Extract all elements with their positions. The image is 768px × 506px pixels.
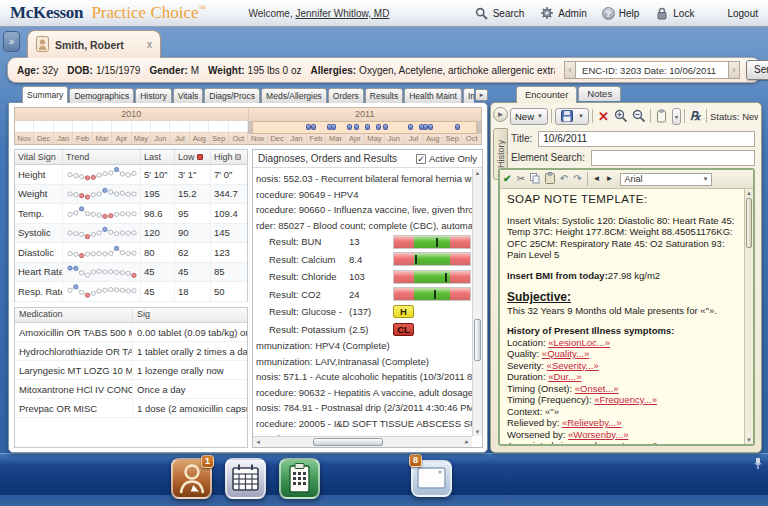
timeline-event-marker[interactable] <box>408 124 413 130</box>
spellcheck-icon[interactable]: ✔ <box>503 174 511 184</box>
col-medication[interactable]: Medication <box>15 308 133 322</box>
timeline-month-label[interactable]: Apr <box>346 133 365 144</box>
active-only-checkbox[interactable]: ✓ <box>416 154 426 164</box>
dor-list-item[interactable]: mmunization: HPV4 (Complete) <box>253 338 472 354</box>
scroll-thumb[interactable] <box>474 319 481 361</box>
whiteboard-app-icon[interactable]: 8 <box>411 460 452 497</box>
chart-tab-health-maint[interactable]: Health Maint <box>404 88 462 103</box>
logout-button[interactable]: Logout <box>727 8 758 19</box>
dor-result-row[interactable]: Result: Potassium -(2.5)CL <box>253 321 472 339</box>
timeline-month-label[interactable]: Aug <box>190 133 209 144</box>
scroll-up-icon[interactable]: ▲ <box>745 189 753 197</box>
scroll-thumb[interactable] <box>313 438 383 446</box>
undo-icon[interactable]: ↶ <box>560 174 568 184</box>
element-search-input[interactable] <box>591 150 755 166</box>
dor-horizontal-scrollbar[interactable]: ◄ ► <box>253 436 472 447</box>
timeline-event-marker[interactable] <box>354 124 359 130</box>
col-high[interactable]: High <box>211 150 247 164</box>
active-only-toggle[interactable]: ✓ Active Only <box>416 153 477 164</box>
timeline-selection[interactable] <box>248 121 481 134</box>
timeline-month-label[interactable]: Sep <box>210 133 229 144</box>
dor-vertical-scrollbar[interactable]: ▲ ▼ <box>472 169 482 436</box>
copy-icon[interactable] <box>530 173 540 186</box>
help-button[interactable]: ? Help <box>602 7 640 20</box>
scroll-down-icon[interactable]: ▼ <box>473 428 482 436</box>
dor-list-item[interactable]: rocedure: 90632 - Hepatitis A vaccine, a… <box>253 385 472 401</box>
tab-overflow-button[interactable]: ▸ <box>475 89 488 101</box>
patients-app-icon[interactable]: 1 <box>171 458 212 499</box>
template-field-link[interactable]: «"» <box>648 440 662 444</box>
dor-list-item[interactable]: rocedure: 20005 - I&D SOFT TISSUE ABSCES… <box>253 416 472 432</box>
vital-row[interactable]: Systolic12090145 <box>15 224 247 244</box>
editor-scrollbar[interactable]: ▲ ▼ <box>744 189 753 444</box>
medication-row[interactable]: Mitoxantrone HCl IV CONC 2 MG/MLOnce a d… <box>15 380 247 399</box>
zoom-out-icon[interactable] <box>632 108 647 124</box>
vital-row[interactable]: Resp. Rate451850 <box>15 282 247 302</box>
timeline-month-label[interactable]: Jul <box>171 133 190 144</box>
template-field-link[interactable]: «Relieveby...» <box>562 417 622 428</box>
chart-tab-vitals[interactable]: Vitals <box>173 88 204 103</box>
timeline-month-label[interactable]: May <box>132 133 151 144</box>
scroll-right-icon[interactable]: ► <box>462 437 472 447</box>
cut-icon[interactable]: ✂ <box>516 174 524 184</box>
paste-icon[interactable] <box>545 172 555 186</box>
col-trend[interactable]: Trend <box>63 150 141 164</box>
vital-row[interactable]: Weight19515.2344.7 <box>15 185 247 205</box>
medication-row[interactable]: Amoxicillin OR TABS 500 MG0.00 tablet (0… <box>15 323 247 342</box>
timeline-month-label[interactable]: Sep <box>443 133 462 144</box>
timeline-month-label[interactable]: Feb <box>307 133 326 144</box>
chart-tab-demographics[interactable]: Demographics <box>69 88 134 103</box>
scroll-left-icon[interactable]: ◄ <box>253 437 263 447</box>
dor-list-item[interactable]: rder: 85027 - Blood count; complete (CBC… <box>253 218 472 234</box>
chart-tab-results[interactable]: Results <box>365 88 403 103</box>
template-field-link[interactable]: «Severity...» <box>547 360 599 371</box>
patient-tab-close-icon[interactable]: x <box>147 39 152 50</box>
note-tab-encounter[interactable]: Encounter <box>516 86 577 103</box>
save-button[interactable]: ▼ <box>555 108 589 125</box>
redo-icon[interactable]: ↷ <box>573 174 581 184</box>
template-field-link[interactable]: «"» <box>700 305 714 316</box>
dor-list-item[interactable]: mmunization: LAIV,Intranasal (Complete) <box>253 354 472 370</box>
delete-note-icon[interactable]: ✕ <box>596 108 611 124</box>
timeline-event-marker[interactable] <box>383 124 388 130</box>
timeline-month-label[interactable]: Jan <box>287 133 306 144</box>
dor-list-item[interactable]: nosis: 571.1 - Acute alcoholic hepatitis… <box>253 369 472 385</box>
chart-tab-meds-allergies[interactable]: Meds/Allergies <box>261 88 327 103</box>
dor-list-item[interactable]: rocedure: 90660 - Influenza vaccine, liv… <box>253 202 472 218</box>
admin-button[interactable]: Admin <box>539 5 586 21</box>
col-vital-sign[interactable]: Vital Sign <box>15 150 63 164</box>
timeline-month-label[interactable]: Jun <box>151 133 170 144</box>
dor-result-row[interactable]: Result: CO224 <box>253 286 472 304</box>
font-family-select[interactable]: Arial ▼ <box>620 173 712 186</box>
send-charges-button[interactable]: Send Charges <box>746 60 768 80</box>
template-field-link[interactable]: «"» <box>545 406 559 417</box>
scroll-thumb[interactable] <box>746 198 752 248</box>
timeline-month-label[interactable]: Oct <box>229 133 248 144</box>
encounter-next-button[interactable]: › <box>728 61 740 79</box>
attachment-icon[interactable] <box>654 108 669 124</box>
template-field-link[interactable]: «Frequency...» <box>594 394 657 405</box>
timeline-month-label[interactable]: Mar <box>93 133 112 144</box>
timeline-month-label[interactable]: Aug <box>424 133 443 144</box>
dor-result-row[interactable]: Result: BUN13 <box>253 233 472 251</box>
chart-tab-history[interactable]: History <box>135 88 171 103</box>
vital-row[interactable]: Height5' 10"3' 1"7' 0" <box>15 165 247 185</box>
new-note-button[interactable]: New▼ <box>510 108 548 125</box>
timeline-month-label[interactable]: Apr <box>112 133 131 144</box>
note-content[interactable]: SOAP NOTE TEMPLATE:Insert Vitals: Systol… <box>500 189 744 444</box>
timeline-month-label[interactable]: Jul <box>404 133 423 144</box>
template-field-link[interactable]: «LesionLoc...» <box>548 337 610 348</box>
timeline-month-label[interactable]: Nov <box>15 133 34 144</box>
prev-field-icon[interactable]: ◄ <box>593 175 601 183</box>
chart-tab-diags-procs[interactable]: Diags/Procs <box>204 88 260 103</box>
next-field-icon[interactable]: ► <box>605 175 613 183</box>
timeline-event-marker[interactable] <box>331 124 336 130</box>
chart-tab-orders[interactable]: Orders <box>328 88 364 103</box>
template-field-link[interactable]: «Worsenby...» <box>568 429 628 440</box>
dor-result-row[interactable]: Result: Chloride103 <box>253 268 472 286</box>
timeline-month-label[interactable]: Feb <box>73 133 92 144</box>
template-field-link[interactable]: «Onset...» <box>575 383 619 394</box>
current-user-link[interactable]: Jennifer Whitlow, MD <box>295 8 389 19</box>
timeline-event-marker[interactable] <box>376 124 381 130</box>
scroll-down-icon[interactable]: ▼ <box>745 436 753 444</box>
